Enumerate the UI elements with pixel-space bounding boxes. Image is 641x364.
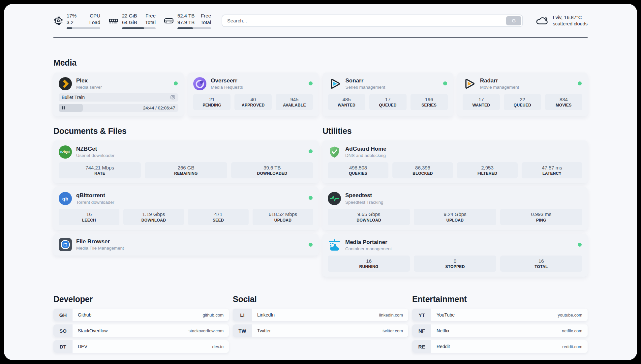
- section-title-utilities: Utilities: [322, 126, 588, 136]
- stat-label: BLOCKED: [394, 171, 452, 176]
- stat-label: SERIES: [412, 103, 446, 107]
- speedtest-icon: [328, 192, 341, 205]
- system-stats: 17% 3.2 CPU Load: [53, 13, 211, 29]
- radarr-icon: [463, 77, 476, 90]
- app-card-adguard[interactable]: AdGuard Home DNS and adblocking 498,508 …: [322, 140, 588, 184]
- search-engine-button[interactable]: G: [506, 16, 521, 25]
- stat-upload: 618.52 Mbps UPLOAD: [253, 209, 313, 225]
- app-card-overseerr[interactable]: Overseerr Media Requests 21 PENDING 40 A…: [188, 73, 318, 116]
- app-card-filebrowser[interactable]: File Browser Media File Management: [53, 234, 319, 256]
- stat-download: 1.19 Gbps DOWNLOAD: [123, 209, 184, 225]
- stat-label: UPLOAD: [415, 218, 495, 223]
- app-name: Overseerr: [211, 77, 243, 84]
- stat-remaining: 266 GB REMAINING: [145, 162, 227, 179]
- bookmark-url: dev.to: [212, 344, 224, 349]
- disk-label-1: Free: [200, 13, 211, 19]
- stat-value: 618.52 Mbps: [254, 211, 312, 218]
- app-description: Torrent downloader: [76, 200, 114, 205]
- bookmark-linkedin[interactable]: LI LinkedIn linkedin.com: [233, 309, 408, 321]
- stat-label: PING: [502, 218, 581, 223]
- search-input[interactable]: [223, 18, 506, 23]
- app-description: Movie management: [480, 85, 519, 90]
- app-card-plex[interactable]: Plex Media server Bullet Train: [53, 73, 184, 116]
- stat-ping: 0.993 ms PING: [500, 209, 582, 225]
- weather-location-temp: Lviv, 16.87°C: [553, 14, 588, 21]
- stat-latency: 47.57 ms LATENCY: [522, 162, 582, 179]
- stat-label: RUNNING: [329, 264, 409, 269]
- bookmark-abbr: GH: [53, 309, 73, 321]
- app-description: Media Requests: [211, 85, 243, 90]
- cpu-load-value: 3.2: [67, 19, 76, 26]
- stat-label: RATE: [60, 171, 139, 176]
- stat-label: SEED: [189, 218, 247, 223]
- bookmark-name: Reddit: [437, 344, 450, 349]
- stat-value: 834: [546, 96, 581, 103]
- app-description: Media server: [76, 85, 102, 90]
- app-card-speedtest[interactable]: Speedtest Speedtest Tracking 9.65 Gbps D…: [322, 187, 588, 230]
- app-card-portainer[interactable]: Media Portainer Container management 16 …: [322, 234, 588, 277]
- stat-label: APPROVED: [236, 103, 270, 107]
- bookmark-group-developer: Developer GH Github github.com SO StackO…: [53, 294, 229, 353]
- filebrowser-icon: [59, 238, 72, 251]
- app-name: Plex: [76, 77, 102, 84]
- bookmark-url: linkedin.com: [379, 313, 403, 318]
- app-description: DNS and adblocking: [345, 153, 386, 158]
- disk-stat: 52.4 TB 97.9 TB Free Total: [164, 13, 211, 29]
- bookmark-name: LinkedIn: [257, 312, 275, 318]
- stat-available: 945 AVAILABLE: [276, 94, 313, 110]
- disk-progress-fill: [177, 27, 193, 29]
- app-description: Container management: [345, 246, 392, 251]
- bookmark-stackoverflow[interactable]: SO StackOverflow stackoverflow.com: [53, 324, 229, 337]
- app-card-sonarr[interactable]: Sonarr Series management 485 WANTED 17 Q…: [323, 73, 453, 116]
- status-dot: [174, 81, 178, 85]
- app-name: Radarr: [480, 77, 519, 84]
- stat-wanted: 485 WANTED: [328, 94, 365, 110]
- bookmark-netflix[interactable]: NF Netflix netflix.com: [412, 324, 588, 337]
- stat-value: 0: [415, 258, 495, 264]
- pause-icon[interactable]: [61, 106, 65, 110]
- bookmark-twitter[interactable]: TW Twitter twitter.com: [233, 324, 408, 337]
- ram-label-1: Free: [145, 13, 156, 19]
- stat-upload: 9.24 Gbps UPLOAD: [414, 209, 496, 225]
- bookmark-abbr: NF: [412, 324, 431, 337]
- ram-progress-fill: [122, 27, 144, 29]
- bookmark-name: Netflix: [437, 328, 449, 333]
- bookmark-url: stackoverflow.com: [189, 328, 224, 333]
- section-title-media: Media: [53, 58, 588, 68]
- weather-condition: scattered clouds: [553, 21, 588, 27]
- stat-value: 22: [505, 96, 540, 103]
- weather-widget: Lviv, 16.87°C scattered clouds: [535, 14, 588, 27]
- playback-progress-bar[interactable]: 24:44 / 02:06:47: [59, 104, 178, 112]
- bookmark-dev[interactable]: DT DEV dev.to: [53, 340, 229, 353]
- bookmark-github[interactable]: GH Github github.com: [53, 309, 229, 321]
- bookmark-reddit[interactable]: RE Reddit reddit.com: [412, 340, 588, 353]
- bookmark-group-social: Social LI LinkedIn linkedin.com TW Twitt…: [233, 294, 408, 353]
- stat-pending: 21 PENDING: [193, 94, 230, 110]
- disk-total-value: 97.9 TB: [177, 19, 195, 26]
- cast-icon[interactable]: [170, 95, 175, 100]
- app-card-radarr[interactable]: Radarr Movie management 17 WANTED 22 QUE…: [457, 73, 588, 116]
- bookmark-url: netflix.com: [562, 328, 582, 333]
- overseerr-icon: [193, 77, 206, 90]
- app-card-qbittorrent[interactable]: qb qBittorrent Torrent downloader 16: [53, 187, 319, 230]
- stat-queued: 22 QUEUED: [504, 94, 541, 110]
- app-description: Usenet downloader: [76, 153, 114, 158]
- stat-label: LEECH: [60, 218, 118, 223]
- bookmark-group-entertainment: Entertainment YT YouTube youtube.com NF …: [412, 294, 588, 353]
- disk-progress-track: [177, 27, 211, 29]
- stat-value: 9.65 Gbps: [329, 211, 409, 218]
- app-name: AdGuard Home: [345, 146, 386, 152]
- stat-value: 40: [236, 96, 270, 103]
- cpu-label-1: CPU: [89, 13, 100, 19]
- stat-approved: 40 APPROVED: [234, 94, 272, 110]
- header: 17% 3.2 CPU Load: [53, 4, 588, 29]
- ram-stat: 22 GiB 64 GiB Free Total: [108, 13, 156, 29]
- bookmark-name: DEV: [78, 344, 87, 349]
- stat-total: 16 TOTAL: [500, 256, 582, 272]
- bookmark-youtube[interactable]: YT YouTube youtube.com: [412, 309, 588, 321]
- cpu-progress-fill: [67, 27, 72, 29]
- app-card-nzbget[interactable]: nzbget NZBGet Usenet downloader 744.21 M…: [53, 140, 319, 184]
- sonarr-icon: [328, 77, 341, 90]
- bookmark-abbr: RE: [412, 340, 431, 353]
- app-name: NZBGet: [76, 146, 114, 152]
